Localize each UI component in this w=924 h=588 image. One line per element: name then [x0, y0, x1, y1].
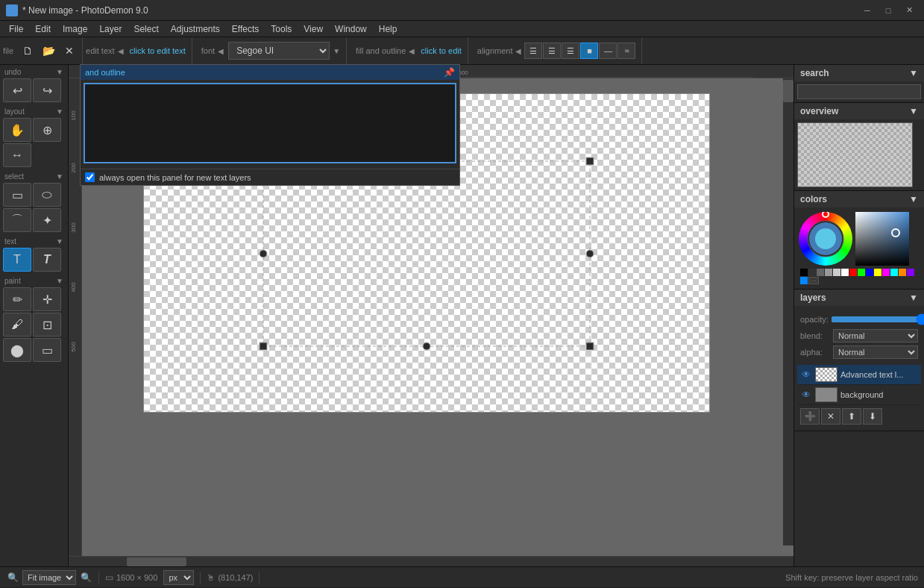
align-justify-button[interactable]: ■: [580, 43, 598, 59]
click-to-edit-text-link[interactable]: click to edit text: [130, 46, 186, 55]
color-swatch-purple[interactable]: [907, 269, 914, 276]
search-panel-header[interactable]: search ▼: [794, 65, 924, 81]
pin-icon[interactable]: 📌: [444, 67, 455, 78]
color-swatch-white[interactable]: [841, 269, 849, 276]
new-button[interactable]: 🗋: [18, 41, 37, 60]
select-section-header[interactable]: select ▼: [1, 171, 66, 182]
add-layer-button[interactable]: ➕: [800, 408, 820, 425]
gradient-button[interactable]: ▭: [33, 338, 61, 362]
alignment-chevron[interactable]: ◀: [515, 47, 521, 55]
hscroll-thumb[interactable]: [127, 557, 186, 566]
layer-eye-background[interactable]: 👁: [800, 389, 812, 401]
move-tool-button[interactable]: ⊕: [33, 118, 61, 142]
unit-dropdown[interactable]: px in cm: [163, 570, 194, 585]
close-file-button[interactable]: ✕: [60, 41, 79, 60]
clone-button[interactable]: ✛: [33, 287, 61, 311]
gradient-color-picker[interactable]: [855, 212, 909, 266]
minimize-button[interactable]: ─: [858, 4, 876, 17]
undo-button[interactable]: ↩: [3, 78, 31, 102]
color-swatch-red[interactable]: [849, 269, 857, 276]
fit-image-dropdown[interactable]: Fit image 100% 200% 50%: [22, 570, 76, 585]
click-to-edit-fill-link[interactable]: click to edit: [421, 46, 461, 55]
select-label: select: [4, 172, 24, 181]
undo-section-header[interactable]: undo ▼: [1, 66, 66, 78]
menu-help[interactable]: Help: [373, 22, 403, 36]
menu-effects[interactable]: Effects: [226, 22, 265, 36]
font-dropdown[interactable]: Segoe UI Arial Times New Roman: [228, 42, 330, 60]
text-tool-button[interactable]: T: [3, 248, 31, 272]
overview-thumbnail[interactable]: [797, 122, 913, 187]
move-layer-down-button[interactable]: ⬇: [863, 408, 882, 425]
paint-section-header[interactable]: paint ▼: [1, 275, 66, 287]
eraser-button[interactable]: ⊡: [33, 313, 61, 337]
text-section-header[interactable]: text ▼: [1, 236, 66, 247]
always-open-checkbox[interactable]: [85, 172, 95, 182]
menu-window[interactable]: Window: [329, 22, 373, 36]
color-swatch-orange[interactable]: [899, 269, 906, 276]
layers-panel-header[interactable]: layers ▼: [794, 290, 924, 306]
alpha-dropdown[interactable]: Normal Straight Premultiplied: [833, 345, 918, 359]
align-center-button[interactable]: ☰: [543, 43, 561, 59]
open-button[interactable]: 📂: [39, 41, 58, 60]
resize-tool-button[interactable]: ↔: [3, 143, 31, 167]
color-swatch-silver[interactable]: [833, 269, 840, 276]
menu-tools[interactable]: Tools: [265, 22, 298, 36]
select-lasso-button[interactable]: ⌒: [3, 208, 31, 232]
maximize-button[interactable]: □: [879, 4, 897, 17]
pencil-button[interactable]: ✏: [3, 287, 31, 311]
fill-chevron[interactable]: ◀: [409, 47, 415, 55]
color-swatch-more[interactable]: ···: [808, 277, 819, 284]
menu-image[interactable]: Image: [57, 22, 93, 36]
blend-dropdown[interactable]: Normal Multiply Screen Overlay: [833, 329, 918, 343]
close-button[interactable]: ✕: [900, 4, 918, 17]
select-magic-button[interactable]: ✦: [33, 208, 61, 232]
overview-panel-header[interactable]: overview ▼: [794, 103, 924, 119]
colors-panel-header[interactable]: colors ▼: [794, 191, 924, 207]
select-ellipse-button[interactable]: ⬭: [33, 183, 61, 207]
color-swatch-cyan[interactable]: [890, 269, 898, 276]
align-left-button[interactable]: ☰: [524, 43, 542, 59]
menu-file[interactable]: File: [3, 22, 29, 36]
menu-layer[interactable]: Layer: [93, 22, 128, 36]
edit-text-chevron[interactable]: ◀: [118, 47, 124, 55]
text-stylized-button[interactable]: T: [33, 248, 61, 272]
hue-color-wheel[interactable]: [799, 212, 852, 266]
color-swatch-lgray[interactable]: [825, 269, 832, 276]
brush-button[interactable]: 🖌: [3, 313, 31, 337]
menu-view[interactable]: View: [298, 22, 329, 36]
vertical-scrollbar[interactable]: [783, 78, 793, 545]
color-swatch-blue[interactable]: [866, 269, 873, 276]
move-layer-up-button[interactable]: ⬆: [842, 408, 861, 425]
menu-edit[interactable]: Edit: [29, 22, 57, 36]
select-rect-button[interactable]: ▭: [3, 183, 31, 207]
text-edit-area[interactable]: [84, 83, 456, 163]
layout-section-header[interactable]: layout ▼: [1, 106, 66, 117]
font-chevron[interactable]: ◀: [218, 47, 224, 55]
delete-layer-button[interactable]: ✕: [821, 408, 840, 425]
align-bottom-button[interactable]: ≈: [617, 43, 635, 59]
hscroll-bar[interactable]: [82, 557, 783, 566]
font-dropdown-chevron[interactable]: ▼: [333, 47, 340, 55]
zoom-in-button[interactable]: 🔍: [79, 571, 92, 584]
color-swatch-magenta[interactable]: [882, 269, 890, 276]
pan-tool-button[interactable]: ✋: [3, 118, 31, 142]
color-swatch-black[interactable]: [800, 269, 808, 276]
zoom-out-button[interactable]: 🔍: [6, 571, 19, 584]
fill-button[interactable]: ⬤: [3, 338, 31, 362]
color-swatch-dark[interactable]: [808, 269, 816, 276]
redo-button[interactable]: ↪: [33, 78, 61, 102]
color-swatch-green[interactable]: [858, 269, 865, 276]
align-top-button[interactable]: —: [599, 43, 617, 59]
color-swatch-sky[interactable]: [800, 277, 808, 284]
layer-item-background[interactable]: 👁 background: [797, 385, 921, 405]
align-right-button[interactable]: ☰: [562, 43, 579, 59]
vscroll-thumb[interactable]: [783, 80, 793, 102]
menu-adjustments[interactable]: Adjustments: [165, 22, 226, 36]
color-swatch-yellow[interactable]: [874, 269, 881, 276]
layer-item-advanced-text[interactable]: 👁 Advanced text l...: [797, 365, 921, 385]
color-swatch-gray[interactable]: [817, 269, 824, 276]
layer-eye-advanced-text[interactable]: 👁: [800, 369, 812, 381]
search-input[interactable]: [797, 84, 921, 99]
menu-select[interactable]: Select: [128, 22, 164, 36]
opacity-slider[interactable]: [832, 316, 924, 322]
